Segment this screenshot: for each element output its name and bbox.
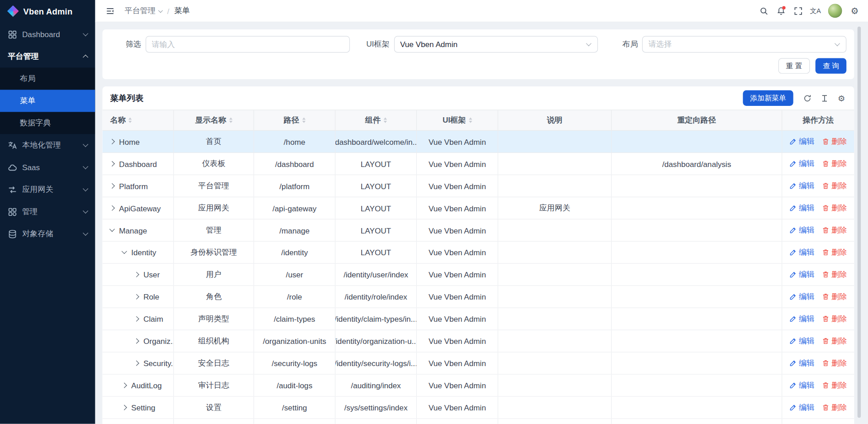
sort-carets[interactable]	[229, 118, 232, 123]
delete-link[interactable]: 删除	[822, 159, 847, 169]
expand-caret-icon[interactable]	[134, 272, 139, 277]
edit-link[interactable]: 编辑	[789, 137, 814, 147]
edit-link[interactable]: 编辑	[789, 203, 814, 213]
app-logo[interactable]: Vben Admin	[0, 0, 95, 22]
delete-link[interactable]: 删除	[822, 248, 847, 257]
sidebar-item-layout[interactable]: 布局	[0, 67, 95, 90]
column-header-6: 说明	[498, 110, 612, 130]
edit-link[interactable]: 编辑	[789, 381, 814, 391]
cell-name: Home	[103, 131, 174, 152]
expand-caret-icon[interactable]	[122, 383, 127, 388]
cell	[498, 330, 612, 352]
edit-link[interactable]: 编辑	[789, 336, 814, 346]
sidebar-item-dictionary[interactable]: 数据字典	[0, 112, 95, 134]
cell-name: Platform	[103, 175, 174, 197]
delete-link[interactable]: 删除	[822, 314, 847, 324]
query-button[interactable]: 查 询	[816, 58, 846, 74]
cell	[612, 353, 782, 374]
sidebar-item-manage[interactable]: 管理	[0, 200, 95, 223]
cell-actions: 编辑删除	[782, 397, 854, 419]
settings-button[interactable]: ⚙	[847, 3, 862, 19]
sidebar-item-label: 本地化管理	[22, 140, 84, 150]
cell: /claim-types	[254, 308, 335, 330]
edit-link[interactable]: 编辑	[789, 181, 814, 191]
delete-link[interactable]: 删除	[822, 336, 847, 346]
column-header-2[interactable]: 显示名称	[174, 110, 254, 130]
sort-carets[interactable]	[128, 118, 132, 123]
filter-input[interactable]	[146, 36, 349, 53]
sidebar-item-menu[interactable]: 菜单	[0, 90, 95, 112]
sidebar-item-gateway[interactable]: 应用网关	[0, 178, 95, 200]
edit-link[interactable]: 编辑	[789, 292, 814, 302]
cell: 身份标识管理	[174, 242, 254, 263]
sidebar-item-storage[interactable]: 对象存储	[0, 223, 95, 245]
table-header-row: 名称显示名称路径组件UI框架说明重定向路径操作方法	[103, 110, 854, 131]
sort-carets[interactable]	[302, 118, 305, 123]
edit-link[interactable]: 编辑	[789, 270, 814, 280]
edit-link[interactable]: 编辑	[789, 159, 814, 169]
row-height-button[interactable]	[819, 93, 829, 103]
sort-carets[interactable]	[383, 118, 387, 123]
expand-caret-icon[interactable]	[134, 361, 139, 366]
delete-link[interactable]: 删除	[822, 181, 847, 191]
add-menu-button[interactable]: 添加新菜单	[743, 91, 793, 106]
scrollbar-thumb[interactable]	[858, 27, 861, 418]
avatar[interactable]	[828, 4, 842, 18]
edit-link[interactable]: 编辑	[789, 314, 814, 324]
edit-link[interactable]: 编辑	[789, 225, 814, 235]
column-header-3[interactable]: 路径	[254, 110, 335, 130]
breadcrumb-section[interactable]: 平台管理	[125, 6, 162, 16]
expand-caret-icon[interactable]	[109, 183, 115, 189]
table-row: Manage管理/manageLAYOUTVue Vben Admin编辑删除	[103, 219, 854, 242]
sidebar-item-localization[interactable]: 本地化管理	[0, 134, 95, 156]
delete-link[interactable]: 删除	[822, 358, 847, 368]
cell-actions: 编辑删除	[782, 264, 854, 286]
expand-caret-icon[interactable]	[109, 226, 115, 232]
language-button[interactable]: 文A	[808, 3, 823, 19]
sidebar-item-dashboard[interactable]: Dashboard	[0, 23, 95, 45]
expand-caret-icon[interactable]	[109, 161, 115, 167]
edit-link[interactable]: 编辑	[789, 358, 814, 368]
cell-name: Security...	[103, 353, 174, 374]
delete-link[interactable]: 删除	[822, 225, 847, 235]
column-settings-button[interactable]: ⚙	[836, 93, 846, 103]
fullscreen-button[interactable]	[791, 3, 806, 19]
delete-link[interactable]: 删除	[822, 381, 847, 391]
expand-caret-icon[interactable]	[134, 294, 139, 300]
sort-desc-icon	[383, 121, 387, 123]
delete-link[interactable]: 删除	[822, 292, 847, 302]
reset-button[interactable]: 重 置	[778, 58, 810, 74]
expand-caret-icon[interactable]	[134, 338, 139, 344]
cell-actions: 编辑删除	[782, 219, 854, 241]
cell	[335, 419, 417, 424]
expand-caret-icon[interactable]	[134, 316, 139, 322]
sidebar-collapse-button[interactable]	[103, 3, 118, 19]
cell: 用户	[174, 264, 254, 286]
cell: /identity	[254, 242, 335, 263]
notifications-button[interactable]	[774, 3, 789, 19]
expand-caret-icon[interactable]	[122, 248, 127, 254]
expand-caret-icon[interactable]	[122, 405, 127, 410]
search-button[interactable]	[756, 3, 772, 19]
delete-link[interactable]: 删除	[822, 270, 847, 280]
edit-link[interactable]: 编辑	[789, 403, 814, 413]
expand-caret-icon[interactable]	[109, 205, 115, 211]
delete-link[interactable]: 删除	[822, 203, 847, 213]
refresh-button[interactable]	[802, 93, 812, 103]
column-header-5[interactable]: UI框架	[417, 110, 498, 130]
layout-select[interactable]: 请选择	[642, 36, 846, 53]
column-header-1[interactable]: 名称	[103, 110, 174, 130]
sort-carets[interactable]	[469, 118, 472, 123]
column-label: 名称	[110, 115, 126, 125]
cell	[612, 264, 782, 286]
edit-link[interactable]: 编辑	[789, 248, 814, 257]
sidebar-item-platform[interactable]: 平台管理	[0, 45, 95, 67]
delete-link[interactable]: 删除	[822, 403, 847, 413]
sidebar-item-label: 数据字典	[20, 118, 51, 128]
sidebar-item-saas[interactable]: Saas	[0, 156, 95, 178]
column-header-4[interactable]: 组件	[335, 110, 417, 130]
expand-caret-icon[interactable]	[109, 139, 115, 144]
cell: LAYOUT	[335, 219, 417, 241]
delete-link[interactable]: 删除	[822, 137, 847, 147]
ui-framework-select[interactable]: Vue Vben Admin	[394, 36, 598, 53]
